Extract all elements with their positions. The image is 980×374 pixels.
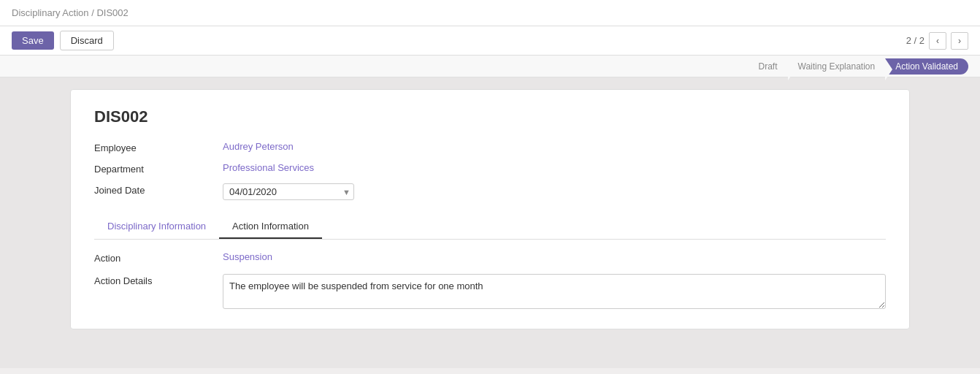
breadcrumb-separator: / xyxy=(91,7,94,18)
employee-label: Employee xyxy=(94,141,211,153)
action-details-input[interactable]: The employee will be suspended from serv… xyxy=(223,274,886,309)
pagination-label: 2 / 2 xyxy=(906,35,925,46)
action-details-label: Action Details xyxy=(94,274,211,311)
action-value[interactable]: Suspension xyxy=(223,251,886,264)
status-waiting-label: Waiting Explanation xyxy=(798,61,876,72)
breadcrumb-current: DIS002 xyxy=(96,7,128,18)
action-details-container: The employee will be suspended from serv… xyxy=(223,274,886,311)
joined-date-field: ▼ xyxy=(223,183,886,200)
main-area: DIS002 Employee Audrey Peterson Departme… xyxy=(0,77,980,368)
status-step-draft: Draft xyxy=(749,58,788,75)
status-bar: Draft Waiting Explanation Action Validat… xyxy=(0,56,980,77)
joined-date-input[interactable] xyxy=(223,183,354,200)
next-button[interactable]: › xyxy=(951,32,968,50)
breadcrumb-bar: Disciplinary Action / DIS002 xyxy=(0,0,980,26)
form-section: Employee Audrey Peterson Department Prof… xyxy=(94,141,886,200)
toolbar: Save Discard 2 / 2 ‹ › xyxy=(0,26,980,56)
department-label: Department xyxy=(94,162,211,175)
status-validated-label: Action Validated xyxy=(895,61,958,72)
department-value[interactable]: Professional Services xyxy=(223,162,886,175)
prev-button[interactable]: ‹ xyxy=(929,32,946,50)
breadcrumb-parent[interactable]: Disciplinary Action xyxy=(12,7,89,18)
record-id: DIS002 xyxy=(94,107,886,126)
discard-button[interactable]: Discard xyxy=(60,31,114,50)
tab-action-information[interactable]: Action Information xyxy=(219,215,322,239)
form-card: DIS002 Employee Audrey Peterson Departme… xyxy=(70,89,910,329)
toolbar-right: 2 / 2 ‹ › xyxy=(906,32,968,50)
breadcrumb: Disciplinary Action / DIS002 xyxy=(12,7,968,18)
status-draft-label: Draft xyxy=(759,61,778,72)
save-button[interactable]: Save xyxy=(12,31,54,50)
action-label: Action xyxy=(94,251,211,264)
tab-disciplinary-information[interactable]: Disciplinary Information xyxy=(94,215,219,239)
status-step-validated: Action Validated xyxy=(885,58,968,75)
employee-value[interactable]: Audrey Peterson xyxy=(223,141,886,153)
tabs: Disciplinary Information Action Informat… xyxy=(94,215,886,240)
joined-date-label: Joined Date xyxy=(94,183,211,200)
status-step-waiting: Waiting Explanation xyxy=(788,58,886,75)
action-section: Action Suspension Action Details The emp… xyxy=(94,251,886,311)
